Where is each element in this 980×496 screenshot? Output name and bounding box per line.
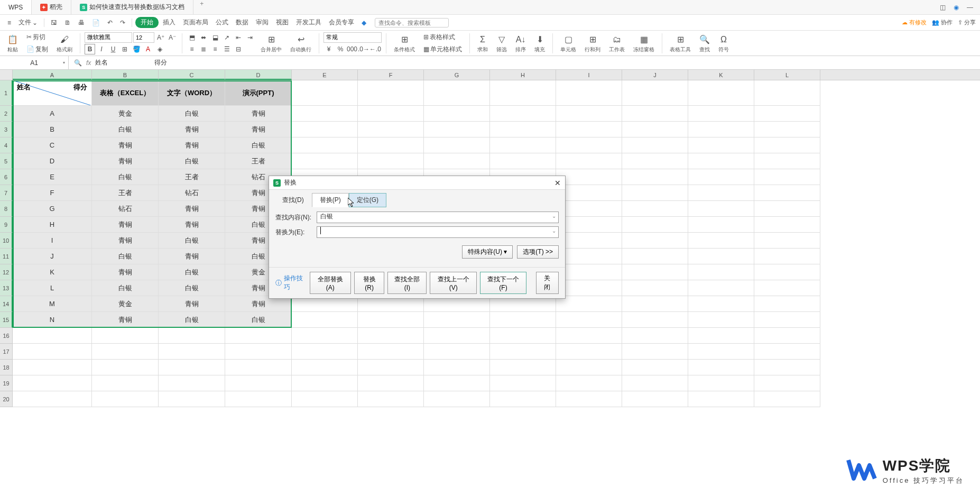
dec-dec-icon[interactable]: ←.0: [370, 44, 381, 54]
distribute-icon[interactable]: ⊟: [233, 44, 244, 54]
cell-empty[interactable]: [556, 217, 622, 233]
tab-wps[interactable]: WPS: [0, 0, 32, 14]
table-cell[interactable]: C: [13, 137, 92, 153]
table-cell[interactable]: 白银: [92, 169, 159, 185]
print-icon[interactable]: 🖶: [75, 18, 88, 27]
table-cell[interactable]: 青铜: [92, 312, 159, 328]
cell-empty[interactable]: [225, 360, 292, 375]
redo-icon[interactable]: ↷: [117, 18, 128, 27]
filter-button[interactable]: ▽筛选: [493, 33, 510, 53]
cell-empty[interactable]: [754, 80, 820, 106]
fx-icon[interactable]: fx: [86, 59, 91, 67]
cell-empty[interactable]: [13, 328, 92, 344]
cell-empty[interactable]: [424, 137, 490, 153]
cell-empty[interactable]: [622, 375, 688, 391]
cell-empty[interactable]: [292, 106, 358, 122]
cell-empty[interactable]: [358, 312, 424, 328]
cell-empty[interactable]: [754, 106, 820, 122]
menu-insert[interactable]: 插入: [160, 17, 179, 28]
cell-empty[interactable]: [424, 360, 490, 375]
cell-empty[interactable]: [13, 344, 92, 360]
font-name-select[interactable]: [85, 32, 132, 43]
cell-empty[interactable]: [159, 344, 225, 360]
cell-empty[interactable]: [622, 185, 688, 201]
window-badge-icon[interactable]: ◫: [938, 3, 947, 12]
cell-empty[interactable]: [688, 312, 754, 328]
cell-C1[interactable]: 文字（WORD）: [159, 80, 225, 106]
replace-button[interactable]: 替换(R): [354, 272, 385, 294]
tab-replace[interactable]: 替换(P): [312, 193, 349, 207]
cell-empty[interactable]: [225, 328, 292, 344]
table-cell[interactable]: 青铜: [92, 233, 159, 249]
row-header-4[interactable]: 4: [0, 137, 13, 153]
table-cell[interactable]: 青铜: [159, 217, 225, 233]
cell-empty[interactable]: [688, 137, 754, 153]
align-left-icon[interactable]: ≡: [187, 44, 197, 54]
cell-empty[interactable]: [292, 312, 358, 328]
row-header-9[interactable]: 9: [0, 217, 13, 233]
cell-empty[interactable]: [225, 391, 292, 407]
justify-icon[interactable]: ☰: [221, 44, 232, 54]
cell-empty[interactable]: [292, 328, 358, 344]
cell-empty[interactable]: [556, 264, 622, 280]
italic-button[interactable]: I: [96, 44, 107, 54]
table-cell[interactable]: 青铜: [92, 153, 159, 169]
cell-empty[interactable]: [622, 360, 688, 375]
cell-B1[interactable]: 表格（EXCEL）: [92, 80, 159, 106]
menu-start[interactable]: 开始: [135, 17, 159, 28]
new-tab-button[interactable]: +: [193, 0, 210, 14]
cell-empty[interactable]: [556, 201, 622, 217]
copy-button[interactable]: 📄 复制: [23, 44, 51, 55]
tab-daoke[interactable]: ✦稻壳: [32, 0, 71, 14]
undo-icon[interactable]: ↶: [104, 18, 116, 27]
fill-color-button[interactable]: 🪣: [131, 44, 142, 54]
magnifier-icon[interactable]: 🔍: [74, 59, 82, 67]
table-style-button[interactable]: ⊞ 表格样式: [420, 32, 465, 43]
cell-empty[interactable]: [754, 201, 820, 217]
menu-devtools[interactable]: 开发工具: [293, 17, 325, 28]
cell-empty[interactable]: [688, 233, 754, 249]
cell-empty[interactable]: [754, 312, 820, 328]
find-next-button[interactable]: 查找下一个(F): [480, 272, 526, 294]
cell-empty[interactable]: [556, 280, 622, 296]
cell-empty[interactable]: [358, 122, 424, 137]
cell-empty[interactable]: [754, 137, 820, 153]
cell-empty[interactable]: [424, 312, 490, 328]
cell-empty[interactable]: [622, 328, 688, 344]
command-search[interactable]: [375, 18, 449, 27]
cell-empty[interactable]: [13, 375, 92, 391]
align-bottom-icon[interactable]: ⬓: [210, 32, 220, 43]
row-header-20[interactable]: 20: [0, 391, 13, 407]
cell-empty[interactable]: [225, 344, 292, 360]
currency-icon[interactable]: ¥: [323, 44, 334, 54]
table-cell[interactable]: D: [13, 153, 92, 169]
cell-empty[interactable]: [622, 249, 688, 264]
cell-empty[interactable]: [424, 122, 490, 137]
cell-empty[interactable]: [622, 312, 688, 328]
table-cell[interactable]: 青铜: [159, 137, 225, 153]
select-all-corner[interactable]: [0, 70, 13, 80]
cell-D1[interactable]: 演示(PPT): [225, 80, 292, 106]
cell-empty[interactable]: [754, 122, 820, 137]
align-right-icon[interactable]: ≡: [210, 44, 220, 54]
col-header-J[interactable]: J: [622, 70, 688, 80]
col-header-K[interactable]: K: [688, 70, 754, 80]
table-cell[interactable]: 青铜: [159, 201, 225, 217]
cell-empty[interactable]: [688, 201, 754, 217]
tab-find[interactable]: 查找(D): [274, 193, 312, 207]
tabletools-button[interactable]: ⊞表格工具: [667, 33, 694, 53]
formula-area[interactable]: 🔍 fx 姓名 得分: [69, 58, 980, 67]
cell-empty[interactable]: [556, 233, 622, 249]
cell-empty[interactable]: [556, 375, 622, 391]
rowcol-button[interactable]: ⊞行和列: [581, 33, 604, 53]
cell-empty[interactable]: [13, 360, 92, 375]
cell-empty[interactable]: [424, 375, 490, 391]
cell-empty[interactable]: [556, 344, 622, 360]
cell-empty[interactable]: [754, 360, 820, 375]
table-cell[interactable]: 青铜: [159, 249, 225, 264]
menu-review[interactable]: 审阅: [253, 17, 272, 28]
table-cell[interactable]: 青铜: [92, 137, 159, 153]
cell-empty[interactable]: [424, 153, 490, 169]
cell-empty[interactable]: [358, 153, 424, 169]
cell-empty[interactable]: [754, 169, 820, 185]
